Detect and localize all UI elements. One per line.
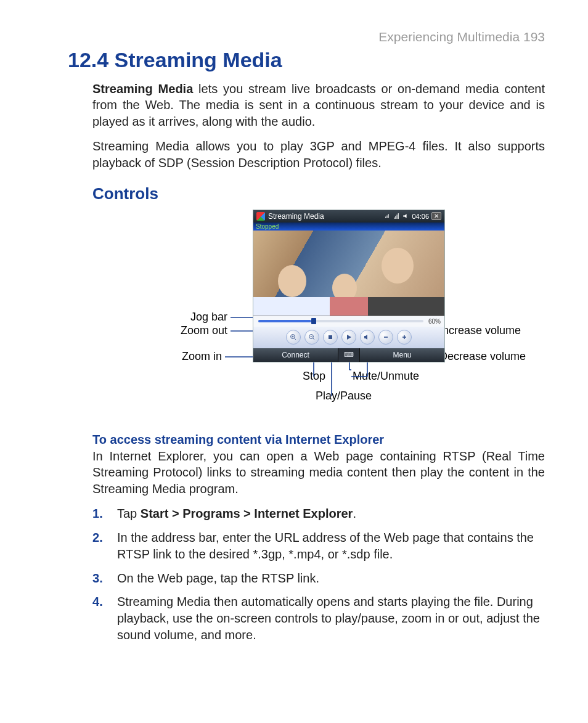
clock-time: 04:06: [412, 213, 429, 220]
step-1-post: .: [353, 507, 356, 520]
section-title: 12.4 Streaming Media: [68, 48, 545, 72]
speaker-icon: [402, 213, 409, 219]
running-header: Experiencing Multimedia 193: [43, 30, 545, 44]
steps-list: Tap Start > Programs > Internet Explorer…: [92, 505, 545, 651]
step-3: On the Web page, tap the RTSP link.: [92, 570, 545, 594]
keyboard-icon: ⌨: [338, 348, 360, 362]
device-titlebar: Streaming Media 04:06 ✕: [253, 210, 444, 223]
step-4-text: Streaming Media then automatically opens…: [117, 595, 540, 642]
intro-paragraph-2: Streaming Media allows you to play 3GP a…: [92, 138, 545, 171]
step-2-text: In the address bar, enter the URL addres…: [117, 531, 534, 561]
jog-thumb: [311, 318, 316, 324]
step-2: In the address bar, enter the URL addres…: [92, 529, 545, 570]
stop-button: [323, 330, 338, 345]
callout-increase-volume: Increase volume: [439, 324, 521, 337]
svg-line-14: [295, 338, 296, 340]
step-4: Streaming Media then automatically opens…: [92, 594, 545, 650]
step-1-bold: Start > Programs > Internet Explorer: [141, 507, 353, 520]
volume-up-button: [397, 330, 412, 345]
jog-bar: 60%: [253, 316, 444, 327]
svg-line-18: [313, 338, 315, 340]
app-title: Streaming Media: [268, 212, 324, 221]
video-frame: [253, 231, 444, 316]
softkey-left: Connect: [253, 348, 338, 362]
device-screenshot: Streaming Media 04:06 ✕ Stopped: [253, 210, 445, 362]
zoom-out-button: [304, 330, 319, 345]
svg-rect-20: [329, 335, 332, 339]
callout-decrease-volume: Decrease volume: [439, 350, 526, 363]
controls-figure: Jog bar Zoom out Zoom in Stop Play/Pause…: [92, 210, 545, 417]
volume-down-button: [378, 330, 393, 345]
playback-status: Stopped: [253, 223, 444, 231]
controls-heading: Controls: [92, 184, 545, 203]
softkey-right: Menu: [360, 348, 444, 362]
callout-zoom-out: Zoom out: [173, 324, 227, 337]
access-heading: To access streaming content via Internet…: [92, 433, 545, 447]
callout-zoom-in: Zoom in: [176, 350, 222, 363]
callout-mute: Mute/Unmute: [353, 370, 419, 383]
play-pause-button: [341, 330, 356, 345]
control-buttons-row: [253, 327, 444, 348]
signal-icon: [393, 213, 400, 219]
progress-percent: 60%: [428, 318, 441, 325]
zoom-in-button: [286, 330, 301, 345]
callout-play-pause: Play/Pause: [316, 390, 372, 402]
start-icon: [256, 212, 265, 221]
intro-paragraph-1: Streaming Media lets you stream live bro…: [92, 81, 545, 129]
step-3-text: On the Web page, tap the RTSP link.: [117, 571, 319, 585]
intro-lead: Streaming Media: [92, 82, 193, 96]
callout-jog-bar: Jog bar: [187, 311, 227, 324]
step-1: Tap Start > Programs > Internet Explorer…: [92, 505, 545, 529]
access-intro: In Internet Explorer, you can open a Web…: [92, 448, 545, 497]
close-icon: ✕: [431, 212, 441, 220]
callout-stop: Stop: [303, 370, 325, 383]
connectivity-icon: [384, 213, 391, 219]
softkey-bar: Connect ⌨ Menu: [253, 348, 444, 362]
step-1-pre: Tap: [117, 507, 141, 520]
mute-button: [360, 330, 375, 345]
